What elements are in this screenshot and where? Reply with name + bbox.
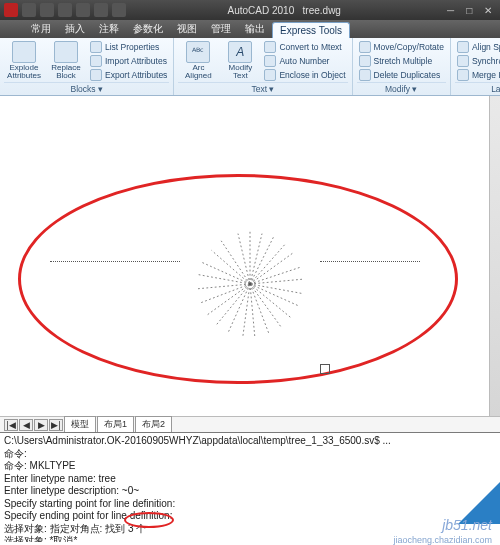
panel-layout: Align Space Synchronize Viewports Merge …: [451, 38, 500, 95]
align-icon: [457, 41, 469, 53]
tab-nav-last[interactable]: ▶|: [49, 419, 63, 431]
replace-block-button[interactable]: Replace Block: [46, 40, 86, 82]
layout1-tab[interactable]: 布局1: [97, 416, 134, 433]
tab-insert[interactable]: 插入: [58, 20, 92, 38]
convert-mtext-button[interactable]: Convert to Mtext: [262, 40, 347, 54]
export-attributes-button[interactable]: Export Attributes: [88, 68, 169, 82]
tab-output[interactable]: 输出: [238, 20, 272, 38]
cmd-line: Specify ending point for line definition…: [4, 510, 496, 523]
cmd-line: 命令: MKLTYPE: [4, 460, 496, 473]
explode-label: Explode Attributes: [5, 64, 43, 80]
min-button[interactable]: ─: [442, 5, 458, 16]
svg-line-8: [228, 284, 250, 332]
list-properties-button[interactable]: List Properties: [88, 40, 169, 54]
cmd-line: Enter linetype description: ~0~: [4, 485, 496, 498]
replace-icon: [54, 41, 78, 63]
arc-aligned-button[interactable]: ᴬᴮᶜ Arc Aligned: [178, 40, 218, 82]
model-tab[interactable]: 模型: [64, 416, 96, 433]
title-bar: AutoCAD 2010 tree.dwg ─ □ ✕: [0, 0, 500, 20]
window-controls: ─ □ ✕: [442, 5, 496, 16]
import-icon: [90, 55, 102, 67]
tab-nav-next[interactable]: ▶: [34, 419, 48, 431]
svg-line-4: [250, 279, 303, 284]
arc-icon: ᴬᴮᶜ: [186, 41, 210, 63]
qat-undo-icon[interactable]: [76, 3, 90, 17]
tab-home[interactable]: 常用: [24, 20, 58, 38]
panel-title-layout[interactable]: Layout ▾: [455, 82, 500, 94]
dotted-line-right[interactable]: [320, 261, 420, 262]
pickbox-cursor: [320, 364, 330, 374]
tree-block-drawing[interactable]: [190, 224, 310, 344]
qat-redo-icon[interactable]: [94, 3, 108, 17]
cmd-line: 命令:: [4, 448, 496, 461]
stretch-multiple-button[interactable]: Stretch Multiple: [357, 54, 446, 68]
deldup-icon: [359, 69, 371, 81]
cmd-line: C:\Users\Administrator.OK-20160905WHYZ\a…: [4, 435, 496, 448]
merge-layout-button[interactable]: Merge Layout: [455, 68, 500, 82]
filename: tree.dwg: [303, 5, 341, 16]
app-name: AutoCAD 2010: [228, 5, 295, 16]
svg-line-13: [238, 234, 250, 284]
move-copy-rotate-button[interactable]: Move/Copy/Rotate: [357, 40, 446, 54]
layout2-tab[interactable]: 布局2: [135, 416, 172, 433]
explode-icon: [12, 41, 36, 63]
drawing-area[interactable]: [0, 96, 500, 416]
tab-manage[interactable]: 管理: [204, 20, 238, 38]
arc-label: Arc Aligned: [179, 64, 217, 80]
panel-title-modify[interactable]: Modify ▾: [357, 82, 446, 94]
cmd-line: 选择对象: *取消*: [4, 535, 496, 542]
tab-parametric[interactable]: 参数化: [126, 20, 170, 38]
command-line[interactable]: C:\Users\Administrator.OK-20160905WHYZ\a…: [0, 432, 500, 542]
panel-blocks: Explode Attributes Replace Block List Pr…: [0, 38, 174, 95]
svg-line-17: [250, 284, 303, 294]
app-icon[interactable]: [4, 3, 18, 17]
svg-line-3: [250, 253, 293, 284]
enclose-icon: [264, 69, 276, 81]
auto-number-button[interactable]: Auto Number: [262, 54, 347, 68]
panel-text: ᴬᴮᶜ Arc Aligned A Modify Text Convert to…: [174, 38, 352, 95]
list-icon: [90, 41, 102, 53]
svg-line-12: [221, 241, 250, 284]
cmd-line: 选择对象: 指定对角点: 找到 3 个: [4, 523, 496, 536]
convert-icon: [264, 41, 276, 53]
tab-view[interactable]: 视图: [170, 20, 204, 38]
close-button[interactable]: ✕: [480, 5, 496, 16]
move-icon: [359, 41, 371, 53]
svg-line-10: [197, 284, 250, 289]
svg-line-5: [250, 284, 298, 306]
svg-line-15: [250, 243, 286, 284]
cmd-line: Enter linetype name: tree: [4, 473, 496, 486]
qat-new-icon[interactable]: [22, 3, 36, 17]
tab-express-tools[interactable]: Express Tools: [272, 22, 350, 38]
svg-line-2: [250, 236, 274, 284]
tab-annotate[interactable]: 注释: [92, 20, 126, 38]
replace-label: Replace Block: [47, 64, 85, 80]
merge-icon: [457, 69, 469, 81]
sync-icon: [457, 55, 469, 67]
qat-open-icon[interactable]: [40, 3, 54, 17]
modify-text-button[interactable]: A Modify Text: [220, 40, 260, 82]
cmd-line: Specify starting point for line definiti…: [4, 498, 496, 511]
tab-nav-prev[interactable]: ◀: [19, 419, 33, 431]
stretch-icon: [359, 55, 371, 67]
qat: [4, 3, 126, 17]
export-icon: [90, 69, 102, 81]
tab-nav-first[interactable]: |◀: [4, 419, 18, 431]
panel-title-blocks[interactable]: Blocks ▾: [4, 82, 169, 94]
enclose-object-button[interactable]: Enclose in Object: [262, 68, 347, 82]
modify-text-label: Modify Text: [221, 64, 259, 80]
max-button[interactable]: □: [461, 5, 477, 16]
sync-viewports-button[interactable]: Synchronize Viewports: [455, 54, 500, 68]
modify-text-icon: A: [228, 41, 252, 63]
qat-save-icon[interactable]: [58, 3, 72, 17]
delete-duplicates-button[interactable]: Delete Duplicates: [357, 68, 446, 82]
ribbon: Explode Attributes Replace Block List Pr…: [0, 38, 500, 96]
explode-attributes-button[interactable]: Explode Attributes: [4, 40, 44, 82]
panel-title-text[interactable]: Text ▾: [178, 82, 347, 94]
dotted-line-left[interactable]: [50, 261, 180, 262]
autonum-icon: [264, 55, 276, 67]
annotation-ellipse-cmd: [124, 512, 174, 528]
import-attributes-button[interactable]: Import Attributes: [88, 54, 169, 68]
align-space-button[interactable]: Align Space: [455, 40, 500, 54]
qat-print-icon[interactable]: [112, 3, 126, 17]
